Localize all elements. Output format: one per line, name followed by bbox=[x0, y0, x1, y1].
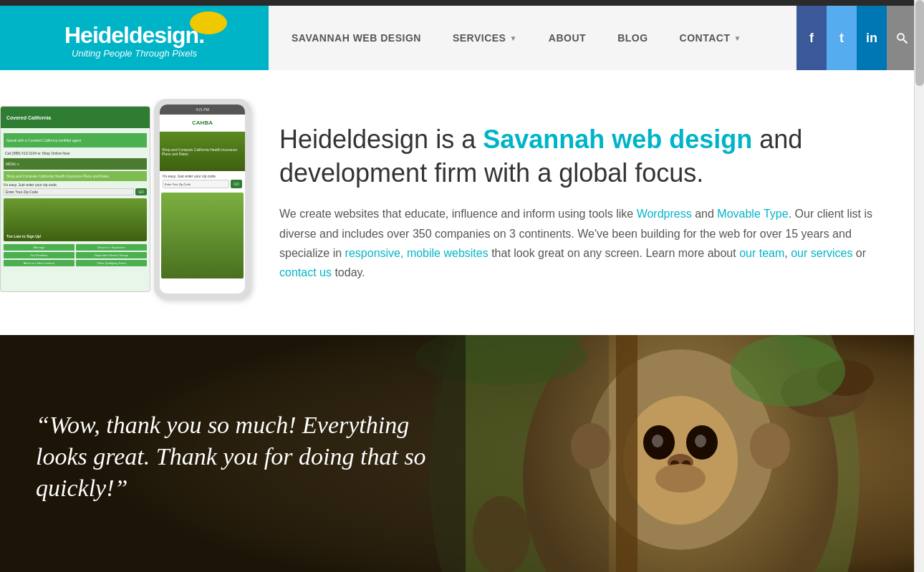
testimonial-section: “Wow, thank you so much! Everything look… bbox=[0, 335, 924, 572]
hero-images: Covered California Speak with a Covered … bbox=[0, 99, 258, 306]
nav-about[interactable]: ABOUT bbox=[533, 32, 602, 44]
svg-rect-25 bbox=[466, 335, 609, 572]
logo-tagline: Uniting People Through Pixels bbox=[72, 48, 197, 59]
services-link[interactable]: our services bbox=[791, 247, 852, 259]
logo-bubble bbox=[190, 11, 227, 34]
scrollbar[interactable] bbox=[914, 0, 924, 572]
nav-blog[interactable]: BLOG bbox=[602, 32, 663, 44]
svg-line-1 bbox=[903, 39, 907, 43]
nav-menu: SAVANNAH WEB DESIGN SERVICES ▼ ABOUT BLO… bbox=[276, 32, 797, 44]
social-icons: f t in bbox=[797, 6, 917, 70]
wordpress-link[interactable]: Wordpress bbox=[637, 208, 692, 220]
hero-section: Covered California Speak with a Covered … bbox=[0, 70, 924, 335]
scrollbar-thumb[interactable] bbox=[915, 0, 924, 86]
svg-point-11 bbox=[695, 435, 706, 447]
svg-point-15 bbox=[655, 464, 706, 493]
twitter-icon[interactable]: t bbox=[827, 6, 857, 70]
screenshot-body: Speak with a Covered California certifie… bbox=[1, 128, 150, 269]
team-link[interactable]: our team bbox=[739, 247, 784, 259]
linkedin-icon[interactable]: in bbox=[857, 6, 887, 70]
logo-text[interactable]: Heideldesign. bbox=[64, 24, 204, 47]
svg-point-0 bbox=[897, 34, 904, 40]
testimonial-text: “Wow, thank you so much! Everything look… bbox=[36, 409, 437, 505]
svg-rect-21 bbox=[616, 335, 637, 572]
nav-area: SAVANNAH WEB DESIGN SERVICES ▼ ABOUT BLO… bbox=[269, 6, 924, 70]
svg-point-17 bbox=[750, 423, 790, 469]
hero-content: Heideldesign is a Savannah web design an… bbox=[258, 109, 924, 296]
header: Heideldesign. Uniting People Through Pix… bbox=[0, 6, 924, 70]
services-dropdown-arrow: ▼ bbox=[509, 34, 516, 42]
svg-point-10 bbox=[652, 435, 663, 447]
nav-contact[interactable]: CONTACT ▼ bbox=[664, 32, 757, 44]
desktop-screenshot: Covered California Speak with a Covered … bbox=[0, 106, 150, 292]
movable-type-link[interactable]: Movable Type bbox=[717, 208, 788, 220]
screenshot-header: Covered California bbox=[1, 107, 150, 128]
mobile-screenshot: 4:21 PM CAHBA Shop and Compare Californi… bbox=[154, 99, 251, 299]
contact-link[interactable]: contact us bbox=[279, 266, 332, 278]
top-bar bbox=[0, 0, 924, 6]
nav-savannah-web-design[interactable]: SAVANNAH WEB DESIGN bbox=[276, 32, 437, 44]
nav-services[interactable]: SERVICES ▼ bbox=[437, 32, 533, 44]
facebook-icon[interactable]: f bbox=[797, 6, 827, 70]
hero-title: Heideldesign is a Savannah web design an… bbox=[279, 123, 888, 190]
search-icon[interactable] bbox=[887, 6, 917, 70]
hero-description: We create websites that educate, influen… bbox=[279, 204, 888, 282]
testimonial-quote: “Wow, thank you so much! Everything look… bbox=[36, 409, 437, 505]
responsive-link[interactable]: responsive, mobile websites bbox=[345, 247, 489, 259]
svg-point-22 bbox=[731, 335, 845, 407]
contact-dropdown-arrow: ▼ bbox=[733, 34, 741, 42]
logo-area[interactable]: Heideldesign. Uniting People Through Pix… bbox=[0, 6, 269, 70]
